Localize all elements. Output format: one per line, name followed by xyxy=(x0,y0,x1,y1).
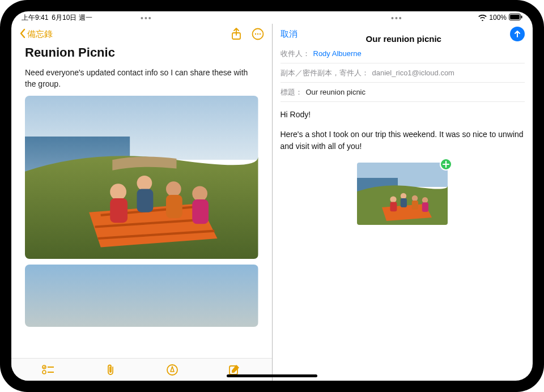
mail-body-line1: Hi Rody! xyxy=(280,109,525,121)
svg-rect-18 xyxy=(25,265,258,327)
to-value: Rody Albuerne xyxy=(313,49,362,58)
battery-percent: 100% xyxy=(489,14,507,22)
ccbcc-label: 副本／密件副本，寄件人： xyxy=(280,68,369,78)
svg-rect-34 xyxy=(390,202,397,211)
note-body-text: Need everyone's updated contact info so … xyxy=(25,67,258,90)
subject-field[interactable]: 標題： Our reunion picnic xyxy=(280,83,525,102)
back-button[interactable]: 備忘錄 xyxy=(19,28,53,40)
to-field[interactable]: 收件人： Rody Albuerne xyxy=(280,44,525,63)
split-view: 備忘錄 Reunion Picnic Need everyone's updat… xyxy=(11,24,533,381)
to-label: 收件人： xyxy=(280,49,310,59)
svg-point-27 xyxy=(42,370,46,374)
markup-button[interactable] xyxy=(166,364,178,376)
battery-icon xyxy=(509,14,522,22)
svg-point-6 xyxy=(257,33,258,35)
svg-point-10 xyxy=(110,184,126,200)
home-indicator[interactable] xyxy=(227,374,317,377)
svg-point-35 xyxy=(401,193,406,199)
svg-rect-2 xyxy=(521,15,522,18)
mail-body-line2: Here's a shot I took on our trip this we… xyxy=(280,129,525,152)
svg-point-5 xyxy=(254,33,256,35)
chevron-left-icon xyxy=(19,28,26,40)
svg-point-33 xyxy=(390,196,397,202)
multitask-dots-right[interactable]: ••• xyxy=(391,14,403,23)
ccbcc-from-field[interactable]: 副本／密件副本，寄件人： daniel_rico1@icloud.com xyxy=(280,63,525,83)
attach-button[interactable] xyxy=(105,364,116,376)
svg-rect-40 xyxy=(422,202,428,212)
svg-rect-36 xyxy=(401,198,407,207)
svg-point-14 xyxy=(166,181,181,197)
ipad-frame: 上午9:41 6月10日 週一 ••• ••• 100% xyxy=(0,0,544,392)
cancel-button[interactable]: 取消 xyxy=(280,29,298,40)
status-time: 上午9:41 xyxy=(22,13,48,23)
mail-header-title: Our reunion picnic xyxy=(366,34,441,44)
note-photo-2[interactable] xyxy=(25,265,258,327)
svg-point-39 xyxy=(422,197,428,203)
screen: 上午9:41 6月10日 週一 ••• ••• 100% xyxy=(11,11,533,381)
checklist-button[interactable] xyxy=(42,365,54,375)
share-button[interactable] xyxy=(231,28,241,40)
notes-pane: 備忘錄 Reunion Picnic Need everyone's updat… xyxy=(11,24,272,381)
subject-label: 標題： xyxy=(280,87,303,97)
mail-attachment[interactable] xyxy=(357,163,448,225)
note-photo-1[interactable] xyxy=(25,96,258,259)
mail-pane: 取消 Our reunion picnic 收件人： Rody Albuerne… xyxy=(273,24,533,381)
svg-point-7 xyxy=(259,33,260,35)
svg-rect-11 xyxy=(110,198,128,223)
notes-nav-bar: 備忘錄 xyxy=(11,24,272,44)
mail-fields: 收件人： Rody Albuerne 副本／密件副本，寄件人： daniel_r… xyxy=(273,44,533,102)
note-title: Reunion Picnic xyxy=(25,45,258,60)
svg-rect-17 xyxy=(192,199,209,224)
svg-rect-1 xyxy=(510,15,520,19)
subject-value: Our reunion picnic xyxy=(306,88,366,96)
svg-rect-38 xyxy=(412,201,418,210)
more-button[interactable] xyxy=(252,28,264,40)
svg-point-12 xyxy=(137,176,152,191)
status-date: 6月10日 週一 xyxy=(52,13,92,23)
notes-toolbar xyxy=(11,358,272,381)
multitask-dots-left[interactable]: ••• xyxy=(141,14,152,23)
svg-rect-13 xyxy=(137,189,154,212)
svg-point-16 xyxy=(192,186,207,201)
svg-point-37 xyxy=(412,195,418,201)
back-label: 備忘錄 xyxy=(27,29,53,40)
svg-rect-15 xyxy=(166,194,182,218)
from-value: daniel_rico1@icloud.com xyxy=(372,69,454,77)
note-content[interactable]: Reunion Picnic Need everyone's updated c… xyxy=(11,44,272,358)
status-bar: 上午9:41 6月10日 週一 ••• ••• 100% xyxy=(11,11,533,24)
mail-body[interactable]: Hi Rody! Here's a shot I took on our tri… xyxy=(273,102,533,232)
mail-nav-bar: 取消 Our reunion picnic xyxy=(273,24,533,44)
send-button[interactable] xyxy=(510,27,525,41)
add-attachment-badge[interactable] xyxy=(440,158,452,171)
wifi-icon xyxy=(478,15,487,21)
